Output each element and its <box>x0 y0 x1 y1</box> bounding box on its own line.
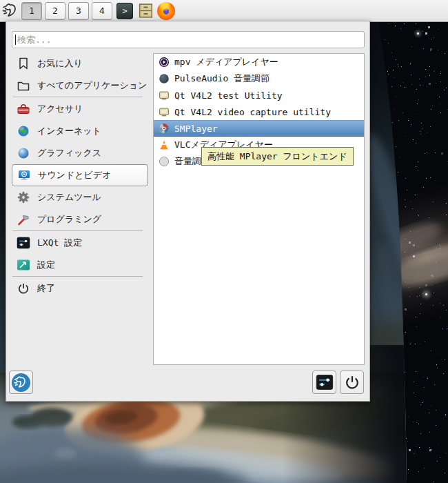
sphere-icon <box>17 146 30 160</box>
category-leave[interactable]: 終了 <box>12 277 148 299</box>
workspace-switcher: 1 2 3 4 <box>21 2 112 20</box>
lxqt-settings-icon <box>316 373 334 391</box>
taskbar-panel: 1 2 3 4 > <box>0 0 448 22</box>
volume-icon <box>159 156 170 167</box>
tv-icon <box>159 90 170 101</box>
file-cabinet-icon <box>138 3 154 19</box>
category-lxqt-settings[interactable]: LXQt 設定 <box>12 232 148 254</box>
category-favorites[interactable]: お気に入り <box>12 52 148 75</box>
smplayer-icon <box>159 123 170 134</box>
bright-star <box>417 32 419 34</box>
category-settings[interactable]: 設定 <box>12 254 148 276</box>
workspace-button-1[interactable]: 1 <box>21 2 42 20</box>
workspace-button-3[interactable]: 3 <box>68 2 89 20</box>
search-input[interactable]: 検索... <box>12 31 365 48</box>
category-sound-video[interactable]: サウンドとビデオ <box>12 164 148 186</box>
gear-icon <box>17 190 30 204</box>
app-item-qt-v4l2-test[interactable]: Qt V4L2 test Utility <box>154 87 364 103</box>
separator <box>12 230 148 232</box>
text-caret <box>15 34 16 45</box>
lxqt-bird-icon <box>1 1 20 20</box>
pulseaudio-icon <box>159 73 170 84</box>
lxqt-logo-icon <box>12 373 30 392</box>
globe-icon <box>17 124 30 138</box>
workspace-button-4[interactable]: 4 <box>92 2 112 20</box>
leave-button[interactable] <box>340 371 364 394</box>
category-accessories[interactable]: アクセサリ <box>12 98 148 120</box>
file-manager-launcher[interactable] <box>136 2 154 20</box>
folder-icon <box>17 79 30 92</box>
media-player-icon <box>17 168 31 182</box>
search-placeholder: 検索... <box>17 34 51 46</box>
settings-button[interactable] <box>312 371 336 394</box>
category-graphics[interactable]: グラフィックス <box>12 142 148 164</box>
toolbox-icon <box>17 102 30 116</box>
settings-icon <box>17 258 30 272</box>
workspace-button-2[interactable]: 2 <box>45 2 65 20</box>
power-icon <box>343 373 361 391</box>
category-internet[interactable]: インターネット <box>12 120 148 142</box>
app-item-mpv[interactable]: mpv メディアプレイヤー <box>154 54 364 70</box>
bright-star <box>425 293 427 295</box>
separator <box>12 97 148 98</box>
main-menu-button[interactable] <box>1 1 20 21</box>
tv-icon <box>159 106 170 117</box>
app-item-qt-v4l2-capture[interactable]: Qt V4L2 video capture utility <box>154 103 364 120</box>
tooltip: 高性能 MPlayer フロントエンド <box>201 147 354 166</box>
category-all-applications[interactable]: すべてのアプリケーション <box>12 75 148 97</box>
terminal-launcher[interactable]: > <box>116 3 133 19</box>
mpv-icon <box>159 57 170 68</box>
about-lxqt-button[interactable] <box>9 371 33 394</box>
lxqt-settings-icon <box>17 236 30 250</box>
hatchet-icon <box>17 213 30 226</box>
category-list: お気に入り すべてのアプリケーション アクセサリ インターネット <box>12 52 148 299</box>
category-system-tools[interactable]: システムツール <box>12 186 148 208</box>
firefox-launcher[interactable] <box>157 2 175 20</box>
bookmark-icon <box>17 57 30 70</box>
power-icon <box>17 282 30 295</box>
vlc-cone-icon <box>159 139 170 150</box>
terminal-icon: > <box>122 6 127 16</box>
separator <box>12 276 148 277</box>
application-list: mpv メディアプレイヤー PulseAudio 音量調節 Qt V4L2 te… <box>153 53 365 365</box>
category-programming[interactable]: プログラミング <box>12 208 148 230</box>
application-menu: 検索... お気に入り すべてのアプリケーション アクセサリ イン <box>6 21 370 402</box>
app-item-smplayer[interactable]: SMPlayer <box>154 120 364 137</box>
app-item-pulseaudio[interactable]: PulseAudio 音量調節 <box>154 70 364 87</box>
